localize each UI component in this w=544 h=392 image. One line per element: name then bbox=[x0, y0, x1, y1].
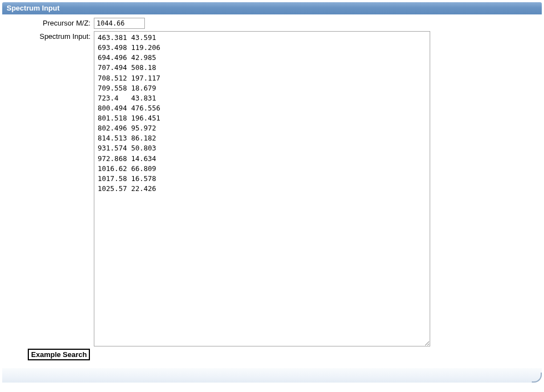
spectrum-input-textarea[interactable] bbox=[94, 31, 430, 346]
precursor-row: Precursor M/Z: bbox=[2, 18, 542, 29]
spectrum-row: Spectrum Input: bbox=[2, 31, 542, 346]
example-search-button[interactable]: Example Search bbox=[28, 349, 90, 360]
precursor-mz-input[interactable] bbox=[94, 18, 145, 29]
spectrum-label: Spectrum Input: bbox=[2, 31, 94, 41]
button-row: Example Search bbox=[2, 349, 542, 360]
form-body: Precursor M/Z: Spectrum Input: Example S… bbox=[2, 14, 542, 363]
precursor-label: Precursor M/Z: bbox=[2, 18, 94, 27]
panel-title: Spectrum Input bbox=[2, 2, 542, 14]
footer-bar bbox=[2, 368, 542, 383]
spectrum-input-panel: Spectrum Input Precursor M/Z: Spectrum I… bbox=[2, 2, 542, 363]
